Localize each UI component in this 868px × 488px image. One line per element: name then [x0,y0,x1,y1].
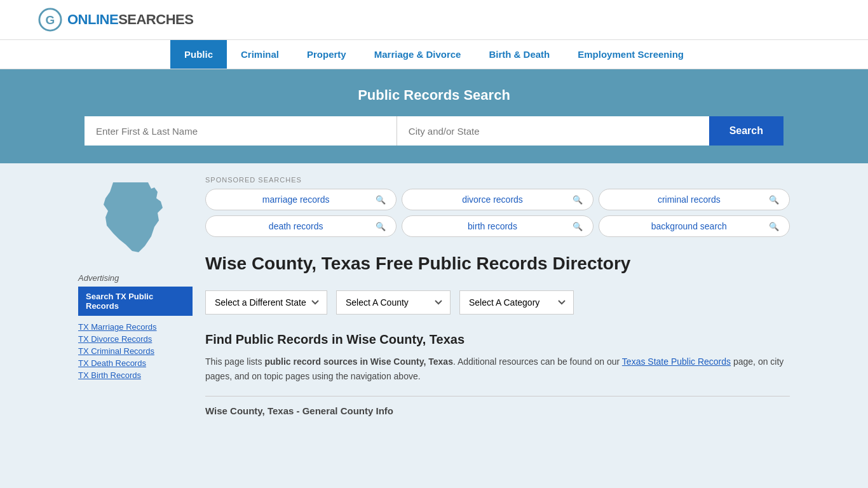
sponsored-link-divorce[interactable]: divorce records [412,194,572,205]
content-area: SPONSORED SEARCHES marriage records 🔍 di… [205,163,790,429]
sidebar-links: TX Marriage Records TX Divorce Records T… [78,322,193,380]
sponsored-label: SPONSORED SEARCHES [205,176,790,184]
nav-criminal[interactable]: Criminal [227,40,293,69]
search-section: Public Records Search Search [0,69,868,163]
page-title: Wise County, Texas Free Public Records D… [205,252,630,275]
find-body-text-1: This page lists [205,356,264,367]
search-icon-birth: 🔍 [573,222,583,231]
search-icon-background: 🔍 [769,222,779,231]
advertising-label: Advertising [78,273,193,283]
sponsored-link-criminal[interactable]: criminal records [609,194,769,205]
texas-map-image [78,176,193,261]
sponsored-item-divorce[interactable]: divorce records 🔍 [402,189,593,210]
search-icon-criminal: 🔍 [769,195,779,205]
county-select[interactable]: Select A County [336,290,451,315]
logo-icon: G [38,8,62,32]
sidebar-link-marriage[interactable]: TX Marriage Records [78,322,193,332]
sponsored-item-background[interactable]: background search 🔍 [599,215,790,237]
sponsored-link-background[interactable]: background search [609,221,769,231]
nav-public[interactable]: Public [170,40,227,69]
nav-birth-death[interactable]: Birth & Death [475,40,564,69]
svg-text:G: G [46,13,55,27]
find-body-text-2: . Additional resources can be found on o… [453,356,622,367]
main-nav: Public Criminal Property Marriage & Divo… [0,40,868,69]
find-section: Find Public Records in Wise County, Texa… [205,332,790,416]
sponsored-item-death[interactable]: death records 🔍 [205,215,397,237]
state-select[interactable]: Select a Different State [205,290,327,315]
section-divider [205,396,790,396]
name-input[interactable] [85,116,397,146]
search-bar: Search [85,116,783,146]
sidebar-link-criminal[interactable]: TX Criminal Records [78,346,193,356]
sponsored-item-criminal[interactable]: criminal records 🔍 [599,189,790,210]
dropdowns: Select a Different State Select A County… [205,290,790,315]
category-select[interactable]: Select A Category [459,290,574,315]
general-info-heading: Wise County, Texas - General County Info [205,405,790,416]
search-icon-divorce: 🔍 [573,195,583,205]
ad-button[interactable]: Search TX Public Records [78,287,193,316]
sponsored-link-birth[interactable]: birth records [412,221,572,231]
search-title: Public Records Search [38,87,830,104]
sidebar-link-divorce[interactable]: TX Divorce Records [78,334,193,344]
sponsored-grid: marriage records 🔍 divorce records 🔍 cri… [205,189,790,237]
nav-property[interactable]: Property [293,40,360,69]
sponsored-item-birth[interactable]: birth records 🔍 [402,215,593,237]
sidebar: Advertising Search TX Public Records TX … [78,163,205,429]
find-body: This page lists public record sources in… [205,355,790,383]
logo-area: G ONLINESEARCHES [38,8,193,32]
page-header: Wise County, Texas Free Public Records D… [205,252,790,275]
search-button[interactable]: Search [709,116,783,146]
nav-marriage-divorce[interactable]: Marriage & Divorce [360,40,475,69]
find-body-bold: public record sources in Wise County, Te… [264,356,453,367]
main-content: Advertising Search TX Public Records TX … [40,163,828,429]
search-icon-death: 🔍 [376,222,386,231]
find-title: Find Public Records in Wise County, Texa… [205,332,790,347]
sponsored-item-marriage[interactable]: marriage records 🔍 [205,189,397,210]
sidebar-link-death[interactable]: TX Death Records [78,358,193,368]
location-input[interactable] [397,116,709,146]
search-icon-marriage: 🔍 [376,195,386,205]
logo-text: ONLINESEARCHES [67,11,193,28]
page-header-text: Wise County, Texas Free Public Records D… [205,252,630,275]
sidebar-link-birth[interactable]: TX Birth Records [78,370,193,380]
sponsored-link-death[interactable]: death records [216,221,376,231]
texas-records-link[interactable]: Texas State Public Records [622,356,731,367]
header: G ONLINESEARCHES [0,0,868,40]
sponsored-link-marriage[interactable]: marriage records [216,194,376,205]
nav-employment[interactable]: Employment Screening [564,40,698,69]
